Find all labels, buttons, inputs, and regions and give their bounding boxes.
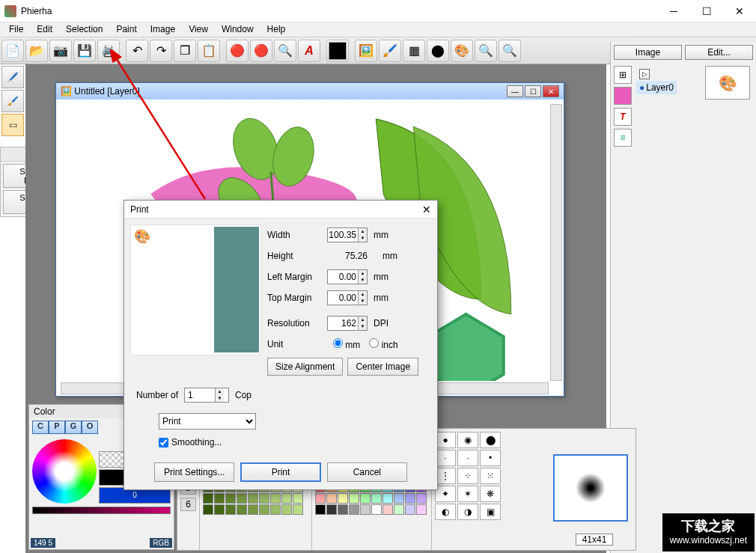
- menu-file[interactable]: File: [3, 22, 29, 37]
- layer-list: ▷ ●Layer0: [636, 67, 677, 94]
- brush-soft1[interactable]: ●: [435, 432, 456, 448]
- rect-select-icon[interactable]: ▭: [1, 114, 24, 136]
- open-icon[interactable]: 📂: [25, 40, 48, 62]
- color-slider-r[interactable]: [32, 507, 171, 514]
- cancel-button[interactable]: Cancel: [327, 462, 407, 482]
- left-margin-label: Left Margin: [267, 272, 324, 282]
- center-image-button[interactable]: Center Image: [347, 358, 418, 376]
- resolution-input[interactable]: ▲▼: [327, 316, 368, 331]
- zoom-icon[interactable]: 🔍: [274, 40, 296, 62]
- size-alignment-button[interactable]: Size Alignment: [267, 358, 343, 376]
- left-margin-input[interactable]: ▲▼: [327, 269, 368, 284]
- doc-maximize[interactable]: ☐: [525, 85, 541, 97]
- left-toolstrip: 🖊️ 🖌️ ▭: [0, 64, 25, 138]
- close-button[interactable]: ✕: [723, 0, 756, 22]
- watermark: 下载之家 www.windowszj.net: [662, 513, 755, 552]
- height-unit: mm: [382, 251, 397, 261]
- zoom-in-icon[interactable]: 🔍: [475, 40, 497, 62]
- width-unit: mm: [374, 230, 388, 240]
- menu-view[interactable]: View: [183, 22, 214, 37]
- layer-add-icon[interactable]: ⊞: [614, 66, 632, 84]
- height-label: Height: [267, 251, 324, 261]
- layer-color-icon[interactable]: [614, 87, 632, 105]
- unit-mm-radio[interactable]: mm: [333, 338, 360, 350]
- image-tool-icon[interactable]: 🖼️: [355, 40, 377, 62]
- brush-size[interactable]: 41x41: [576, 534, 613, 546]
- adjust-icon[interactable]: 🎨: [451, 40, 473, 62]
- copies-input[interactable]: ▲▼: [184, 388, 229, 403]
- status-coords: 149 5: [31, 538, 55, 548]
- doc-close[interactable]: ✕: [543, 85, 559, 97]
- menu-image[interactable]: Image: [144, 22, 181, 37]
- print-settings-button[interactable]: Print Settings...: [154, 462, 234, 482]
- minimize-button[interactable]: ─: [657, 0, 690, 22]
- menu-window[interactable]: Window: [216, 22, 260, 37]
- foreground-color[interactable]: [326, 40, 349, 62]
- menu-paint[interactable]: Paint: [110, 22, 142, 37]
- maximize-button[interactable]: ☐: [690, 0, 723, 22]
- grid-icon[interactable]: ▦: [403, 40, 425, 62]
- number-of-label: Number of: [136, 390, 178, 400]
- resolution-unit: DPI: [374, 318, 388, 329]
- color-tab-c[interactable]: C: [32, 421, 49, 434]
- color-title: Color: [34, 406, 55, 417]
- top-margin-unit: mm: [374, 293, 388, 303]
- pen-tool-icon[interactable]: 🖊️: [1, 66, 24, 88]
- menu-help[interactable]: Help: [261, 22, 292, 37]
- print-button[interactable]: Print: [240, 462, 320, 482]
- menu-edit[interactable]: Edit: [31, 22, 58, 37]
- color-tab-p[interactable]: P: [49, 421, 65, 434]
- preview-logo-icon: 🎨: [134, 228, 150, 245]
- sphere-icon[interactable]: ⬤: [427, 40, 449, 62]
- color-tab-o[interactable]: O: [82, 421, 98, 434]
- redo-icon[interactable]: ↷: [150, 40, 172, 62]
- unit-inch-radio[interactable]: inch: [369, 338, 397, 350]
- width-input[interactable]: ▲▼: [327, 227, 368, 242]
- resolution-label: Resolution: [267, 318, 324, 329]
- tab-edit[interactable]: Edit...: [685, 45, 753, 60]
- unit-label: Unit: [267, 339, 324, 349]
- top-margin-input[interactable]: ▲▼: [327, 290, 368, 305]
- new-icon[interactable]: 📄: [1, 40, 24, 62]
- print-dialog: Print ✕ 🎨 Width ▲▼ mm Height 75.26 mm Le…: [124, 200, 438, 490]
- paste-icon[interactable]: 📋: [198, 40, 220, 62]
- print-dialog-close[interactable]: ✕: [422, 204, 431, 216]
- layer-text-icon[interactable]: T: [614, 108, 632, 126]
- layer-item-row[interactable]: ▷: [636, 67, 677, 81]
- print-dialog-titlebar[interactable]: Print ✕: [124, 201, 437, 219]
- layer-thumbnail[interactable]: 🎨: [705, 66, 750, 100]
- document-titlebar[interactable]: 🖼️ Untitled [Layer0] — ☐ ✕: [56, 83, 564, 100]
- print-icon[interactable]: 🖨️: [97, 40, 120, 62]
- num-6[interactable]: 6: [180, 498, 196, 511]
- undo-icon[interactable]: ↶: [126, 40, 148, 62]
- stamp1-icon[interactable]: 🔴: [226, 40, 249, 62]
- menubar: File Edit Selection Paint Image View Win…: [0, 22, 756, 37]
- copy-icon[interactable]: ❐: [174, 40, 196, 62]
- doc-minimize[interactable]: —: [507, 85, 523, 97]
- brush-tool-icon[interactable]: 🖌️: [379, 40, 401, 62]
- vertical-scrollbar[interactable]: [550, 104, 562, 381]
- text-icon[interactable]: A: [298, 40, 320, 62]
- app-icon: [4, 5, 16, 17]
- top-margin-label: Top Margin: [267, 293, 324, 303]
- status-mode: RGB: [150, 538, 172, 548]
- zoom-out-icon[interactable]: 🔍: [499, 40, 521, 62]
- width-label: Width: [267, 230, 324, 240]
- smoothing-checkbox[interactable]: [159, 438, 168, 447]
- stamp2-icon[interactable]: 🔴: [250, 40, 272, 62]
- layer-move-icon[interactable]: ≡: [614, 129, 632, 147]
- layer-item-0[interactable]: ●Layer0: [636, 81, 677, 94]
- print-preview: 🎨: [130, 224, 261, 355]
- height-value: 75.26: [327, 251, 368, 261]
- save-icon[interactable]: 💾: [73, 40, 96, 62]
- color-tab-g[interactable]: G: [65, 421, 82, 434]
- tab-image[interactable]: Image: [614, 45, 682, 60]
- brush-tool2-icon[interactable]: 🖌️: [1, 90, 24, 112]
- titlebar: Phierha ─ ☐ ✕: [0, 0, 756, 22]
- color-wheel[interactable]: [32, 439, 97, 504]
- eye-icon[interactable]: ▷: [639, 69, 650, 79]
- print-dropdown[interactable]: Print: [159, 413, 256, 430]
- menu-selection[interactable]: Selection: [60, 22, 109, 37]
- camera-icon[interactable]: 📷: [49, 40, 72, 62]
- smoothing-label: Smoothing...: [171, 437, 222, 447]
